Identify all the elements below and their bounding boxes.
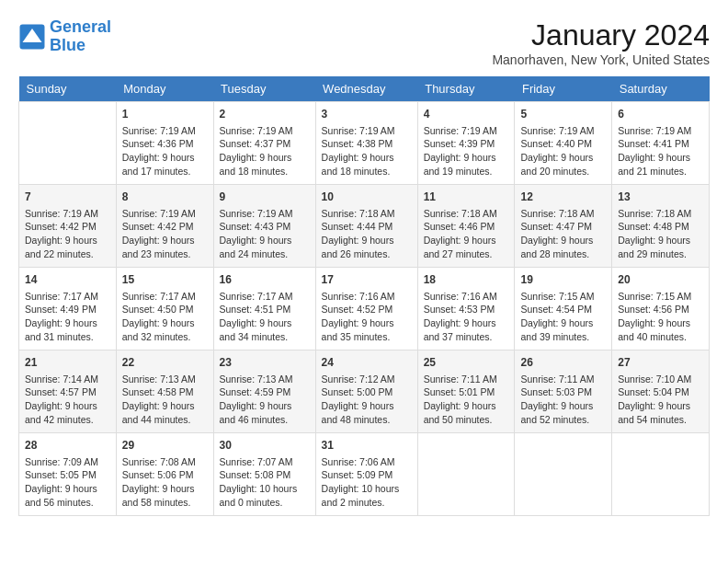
header-row: SundayMondayTuesdayWednesdayThursdayFrid… [19,76,710,102]
day-content: Sunrise: 7:17 AM Sunset: 4:50 PM Dayligh… [122,290,208,344]
day-number: 16 [220,272,310,288]
day-content: Sunrise: 7:19 AM Sunset: 4:37 PM Dayligh… [220,124,310,178]
day-content: Sunrise: 7:16 AM Sunset: 4:52 PM Dayligh… [322,290,412,344]
header-cell-saturday: Saturday [612,76,710,102]
day-number: 30 [220,438,310,454]
page-header: General Blue January 2024 Manorhaven, Ne… [18,18,710,67]
day-content: Sunrise: 7:19 AM Sunset: 4:41 PM Dayligh… [618,124,703,178]
day-number: 18 [424,272,509,288]
month-title: January 2024 [492,18,710,52]
day-number: 19 [520,272,606,288]
day-number: 3 [322,107,412,122]
day-number: 28 [25,438,110,454]
calendar-cell: 13Sunrise: 7:18 AM Sunset: 4:48 PM Dayli… [612,185,710,268]
day-number: 4 [424,107,509,122]
day-content: Sunrise: 7:18 AM Sunset: 4:48 PM Dayligh… [618,207,703,261]
header-cell-wednesday: Wednesday [315,76,417,102]
day-number: 6 [618,107,703,122]
calendar-cell: 12Sunrise: 7:18 AM Sunset: 4:47 PM Dayli… [515,185,612,268]
calendar-cell: 11Sunrise: 7:18 AM Sunset: 4:46 PM Dayli… [417,185,515,268]
week-row-2: 7Sunrise: 7:19 AM Sunset: 4:42 PM Daylig… [19,185,710,268]
logo-line2: Blue [50,36,85,54]
calendar-cell: 28Sunrise: 7:09 AM Sunset: 5:05 PM Dayli… [19,433,117,516]
day-number: 29 [122,438,208,454]
week-row-3: 14Sunrise: 7:17 AM Sunset: 4:49 PM Dayli… [19,268,710,350]
calendar-cell: 4Sunrise: 7:19 AM Sunset: 4:39 PM Daylig… [417,102,515,185]
day-content: Sunrise: 7:18 AM Sunset: 4:47 PM Dayligh… [520,207,606,261]
day-number: 7 [25,190,110,205]
calendar-cell: 10Sunrise: 7:18 AM Sunset: 4:44 PM Dayli… [315,185,417,268]
calendar-header: SundayMondayTuesdayWednesdayThursdayFrid… [19,76,710,102]
day-content: Sunrise: 7:13 AM Sunset: 4:58 PM Dayligh… [122,373,208,427]
calendar-cell: 31Sunrise: 7:06 AM Sunset: 5:09 PM Dayli… [315,433,417,516]
logo-icon [18,23,46,51]
day-content: Sunrise: 7:19 AM Sunset: 4:36 PM Dayligh… [122,124,208,178]
calendar-cell: 19Sunrise: 7:15 AM Sunset: 4:54 PM Dayli… [515,268,612,350]
calendar-cell: 1Sunrise: 7:19 AM Sunset: 4:36 PM Daylig… [116,102,213,185]
day-content: Sunrise: 7:15 AM Sunset: 4:56 PM Dayligh… [618,290,703,344]
header-cell-thursday: Thursday [417,76,515,102]
day-content: Sunrise: 7:18 AM Sunset: 4:44 PM Dayligh… [322,207,412,261]
day-content: Sunrise: 7:17 AM Sunset: 4:51 PM Dayligh… [220,290,310,344]
calendar-cell: 3Sunrise: 7:19 AM Sunset: 4:38 PM Daylig… [315,102,417,185]
calendar-cell: 14Sunrise: 7:17 AM Sunset: 4:49 PM Dayli… [19,268,117,350]
logo-text: General Blue [50,18,111,55]
calendar-cell: 5Sunrise: 7:19 AM Sunset: 4:40 PM Daylig… [515,102,612,185]
day-number: 27 [618,355,703,371]
calendar-cell: 25Sunrise: 7:11 AM Sunset: 5:01 PM Dayli… [417,350,515,433]
calendar-cell [612,433,710,516]
calendar-cell: 8Sunrise: 7:19 AM Sunset: 4:42 PM Daylig… [116,185,213,268]
title-section: January 2024 Manorhaven, New York, Unite… [492,18,710,67]
day-content: Sunrise: 7:11 AM Sunset: 5:03 PM Dayligh… [520,373,606,427]
calendar-cell [417,433,515,516]
day-content: Sunrise: 7:12 AM Sunset: 5:00 PM Dayligh… [322,373,412,427]
day-content: Sunrise: 7:19 AM Sunset: 4:38 PM Dayligh… [322,124,412,178]
day-content: Sunrise: 7:11 AM Sunset: 5:01 PM Dayligh… [424,373,509,427]
calendar-cell: 23Sunrise: 7:13 AM Sunset: 4:59 PM Dayli… [213,350,315,433]
calendar-cell: 29Sunrise: 7:08 AM Sunset: 5:06 PM Dayli… [116,433,213,516]
calendar-cell: 27Sunrise: 7:10 AM Sunset: 5:04 PM Dayli… [612,350,710,433]
day-number: 22 [122,355,208,371]
header-cell-sunday: Sunday [19,76,117,102]
day-content: Sunrise: 7:14 AM Sunset: 4:57 PM Dayligh… [25,373,110,427]
day-number: 5 [520,107,606,122]
calendar-cell: 9Sunrise: 7:19 AM Sunset: 4:43 PM Daylig… [213,185,315,268]
day-number: 14 [25,272,110,288]
header-cell-friday: Friday [515,76,612,102]
day-number: 31 [322,438,412,454]
day-number: 11 [424,190,509,205]
calendar-cell: 18Sunrise: 7:16 AM Sunset: 4:53 PM Dayli… [417,268,515,350]
day-number: 1 [122,107,208,122]
logo-line1: General [50,17,111,36]
calendar-cell: 30Sunrise: 7:07 AM Sunset: 5:08 PM Dayli… [213,433,315,516]
day-number: 13 [618,190,703,205]
calendar-cell: 16Sunrise: 7:17 AM Sunset: 4:51 PM Dayli… [213,268,315,350]
day-content: Sunrise: 7:15 AM Sunset: 4:54 PM Dayligh… [520,290,606,344]
day-content: Sunrise: 7:16 AM Sunset: 4:53 PM Dayligh… [424,290,509,344]
day-number: 12 [520,190,606,205]
calendar-cell: 22Sunrise: 7:13 AM Sunset: 4:58 PM Dayli… [116,350,213,433]
calendar-body: 1Sunrise: 7:19 AM Sunset: 4:36 PM Daylig… [19,102,710,516]
calendar-cell [515,433,612,516]
logo: General Blue [18,18,111,55]
day-content: Sunrise: 7:19 AM Sunset: 4:42 PM Dayligh… [122,207,208,261]
calendar-table: SundayMondayTuesdayWednesdayThursdayFrid… [18,76,710,516]
week-row-4: 21Sunrise: 7:14 AM Sunset: 4:57 PM Dayli… [19,350,710,433]
day-number: 10 [322,190,412,205]
day-number: 23 [220,355,310,371]
day-content: Sunrise: 7:17 AM Sunset: 4:49 PM Dayligh… [25,290,110,344]
calendar-cell: 2Sunrise: 7:19 AM Sunset: 4:37 PM Daylig… [213,102,315,185]
calendar-cell: 20Sunrise: 7:15 AM Sunset: 4:56 PM Dayli… [612,268,710,350]
calendar-cell: 21Sunrise: 7:14 AM Sunset: 4:57 PM Dayli… [19,350,117,433]
day-content: Sunrise: 7:08 AM Sunset: 5:06 PM Dayligh… [122,455,208,510]
calendar-cell: 6Sunrise: 7:19 AM Sunset: 4:41 PM Daylig… [612,102,710,185]
day-number: 9 [220,190,310,205]
header-cell-monday: Monday [116,76,213,102]
day-number: 2 [220,107,310,122]
day-content: Sunrise: 7:19 AM Sunset: 4:42 PM Dayligh… [25,207,110,261]
day-number: 17 [322,272,412,288]
day-number: 26 [520,355,606,371]
day-content: Sunrise: 7:10 AM Sunset: 5:04 PM Dayligh… [618,373,703,427]
day-content: Sunrise: 7:06 AM Sunset: 5:09 PM Dayligh… [322,455,412,510]
day-content: Sunrise: 7:18 AM Sunset: 4:46 PM Dayligh… [424,207,509,261]
